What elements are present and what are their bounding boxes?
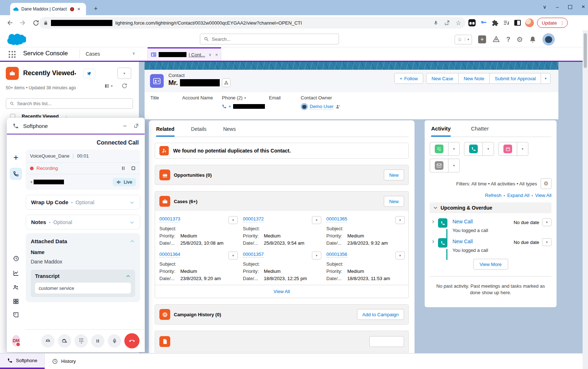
new-opportunity-button[interactable]: New	[384, 170, 404, 180]
event-caret-icon[interactable]: ▾	[517, 142, 528, 155]
owner-link[interactable]: Demo User	[310, 104, 334, 110]
list-selector-caret-icon[interactable]: ▾	[74, 72, 76, 76]
call-caret-icon[interactable]: ▾	[482, 142, 494, 155]
case-number-link[interactable]: 00001364	[159, 252, 180, 258]
dialpad-button[interactable]	[74, 334, 88, 348]
case-number-link[interactable]: 00001372	[243, 216, 264, 222]
pin-list-button[interactable]	[83, 69, 95, 78]
active-workspace-tab[interactable]: | Cont... ∨ ×	[147, 47, 221, 61]
window-close-icon[interactable]: ×	[581, 3, 585, 10]
window-maximize-icon[interactable]	[568, 5, 572, 9]
call-icon[interactable]	[469, 145, 478, 153]
activity-item-menu-button[interactable]: ▾	[542, 238, 551, 246]
expand-item-icon[interactable]	[431, 220, 435, 233]
phone-caret-icon[interactable]: ▾	[244, 96, 246, 100]
email-split-button[interactable]: ▾	[430, 159, 460, 172]
opportunities-title-link[interactable]: Opportunities (0)	[174, 172, 212, 178]
case-row-menu-button[interactable]: ▾	[395, 216, 405, 224]
guidance-center-icon[interactable]	[492, 35, 500, 43]
view-hierarchy-button[interactable]	[222, 78, 231, 87]
change-owner-icon[interactable]	[335, 104, 340, 109]
favorite-star-icon[interactable]: ☆	[455, 37, 465, 42]
campaign-title-link[interactable]: Campaign History (0)	[174, 312, 221, 317]
list-title[interactable]: Recently Viewed	[23, 69, 74, 77]
expand-item-icon[interactable]	[431, 240, 435, 253]
new-tab-button[interactable]: +	[91, 4, 100, 13]
submit-for-approval-button[interactable]: Submit for Approval	[490, 73, 541, 84]
tab-details[interactable]: Details	[191, 126, 207, 137]
tab-activity[interactable]: Activity	[431, 125, 451, 137]
agent-avatar[interactable]: DM	[12, 335, 20, 347]
browser-tab[interactable]: Dane Maddox | Contact | Sal ×	[10, 3, 86, 15]
user-avatar[interactable]	[542, 33, 555, 46]
refresh-list-icon[interactable]	[121, 83, 128, 89]
extension-key-icon[interactable]	[480, 19, 487, 26]
attached-data-header[interactable]: Attached Data	[31, 238, 135, 244]
favorites-split-button[interactable]: ☆ ▾	[455, 35, 472, 44]
notes-section[interactable]: Notes • Optional	[26, 215, 140, 229]
agents-icon[interactable]	[12, 284, 20, 291]
mute-microphone-button[interactable]	[108, 334, 121, 348]
new-event-split-button[interactable]: ▾	[498, 142, 528, 156]
partial-section-button[interactable]	[369, 336, 404, 347]
add-to-campaign-button[interactable]: Add to Campaign	[357, 309, 404, 320]
browser-kebab-icon[interactable]: ⋮	[560, 21, 565, 25]
new-call-plus-icon[interactable]: +	[13, 153, 18, 163]
notifications-bell-icon[interactable]	[529, 36, 536, 43]
transcript-input[interactable]	[35, 283, 131, 293]
window-minimize-icon[interactable]: –	[556, 4, 559, 10]
phone-value-link[interactable]: +	[228, 104, 231, 109]
task-caret-icon[interactable]: ▾	[448, 142, 459, 155]
case-row-menu-button[interactable]: ▾	[312, 216, 321, 224]
microphone-icon[interactable]	[433, 20, 438, 26]
case-row-menu-button[interactable]: ▾	[228, 252, 238, 259]
pause-recording-icon[interactable]	[121, 166, 126, 171]
cases-view-all-link[interactable]: View All	[274, 289, 290, 294]
new-case-button[interactable]: New Case	[426, 73, 459, 84]
new-note-button[interactable]: New Note	[459, 73, 490, 84]
case-row-menu-button[interactable]: ▾	[312, 252, 321, 259]
back-icon[interactable]	[4, 17, 15, 28]
global-search-input[interactable]: Search...	[200, 34, 339, 44]
tab-chatter[interactable]: Chatter	[471, 125, 489, 137]
favorites-caret-icon[interactable]: ▾	[465, 38, 472, 41]
help-icon[interactable]: ?	[506, 36, 510, 43]
reading-list-icon[interactable]	[503, 20, 510, 26]
browser-menu-chevron-icon[interactable]: ∨	[543, 4, 546, 10]
more-actions-button[interactable]: ▾	[541, 73, 550, 84]
tab-news[interactable]: News	[223, 126, 236, 137]
stop-recording-icon[interactable]	[131, 166, 136, 171]
utility-tab-history[interactable]: History	[45, 353, 83, 369]
address-bar[interactable]: lightning.force.com/lightning/r/Contact/…	[39, 17, 465, 29]
task-icon[interactable]	[435, 145, 443, 153]
popout-icon[interactable]	[134, 123, 139, 128]
nav-tab-cases[interactable]: Cases	[86, 51, 100, 57]
case-number-link[interactable]: 00001373	[159, 216, 180, 222]
call-history-icon[interactable]	[13, 255, 20, 262]
view-more-button[interactable]: View More	[473, 259, 508, 270]
utility-tab-softphone[interactable]: Softphone	[0, 353, 45, 369]
filters-summary[interactable]: Filters: All time • All activities • All…	[456, 181, 537, 186]
tab-caret-icon[interactable]: ∨	[209, 52, 211, 57]
follow-button[interactable]: + Follow	[394, 73, 423, 84]
wrap-up-code-section[interactable]: Wrap Up Code • Optional	[26, 195, 140, 210]
new-task-split-button[interactable]: ▾	[430, 142, 460, 156]
share-icon[interactable]	[444, 20, 450, 26]
list-search-box[interactable]	[6, 98, 133, 109]
list-search-input[interactable]	[17, 101, 129, 106]
active-call-rail-icon[interactable]	[10, 168, 22, 180]
setup-gear-icon[interactable]: ⚙	[516, 35, 523, 44]
browser-update-button[interactable]: Update ⋮	[537, 18, 568, 28]
case-row-menu-button[interactable]: ▾	[228, 216, 238, 224]
event-icon[interactable]	[503, 145, 512, 153]
cases-tab-caret-icon[interactable]: ∨	[132, 51, 135, 56]
expand-all-link[interactable]: Expand All	[507, 193, 529, 198]
activity-item-link[interactable]: New Call	[452, 219, 473, 224]
side-panel-icon[interactable]	[514, 20, 521, 26]
email-icon[interactable]	[435, 161, 443, 170]
vertical-scrollbar[interactable]	[583, 30, 588, 369]
case-number-link[interactable]: 00001365	[326, 216, 347, 222]
live-transcription-chip[interactable]: Live	[113, 178, 136, 186]
tab-close-icon[interactable]: ×	[215, 52, 218, 57]
tab-close-icon[interactable]: ×	[77, 6, 80, 12]
